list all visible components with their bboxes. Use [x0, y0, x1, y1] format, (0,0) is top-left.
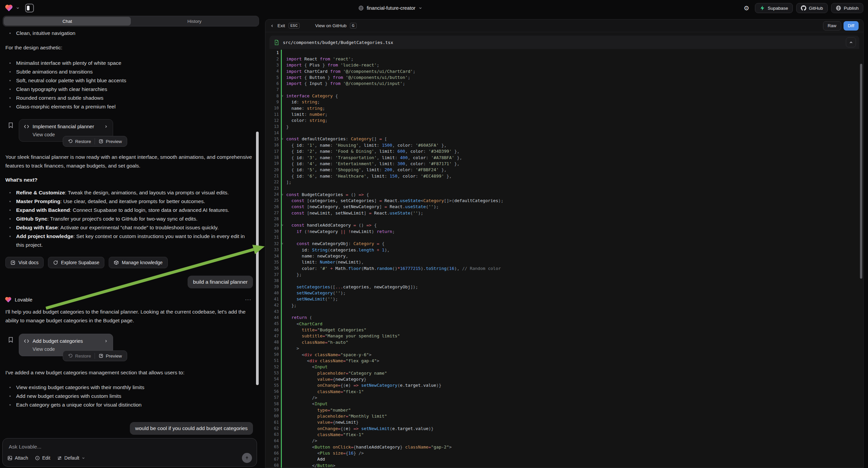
arrow-up-icon	[245, 456, 249, 460]
ready-text: Your sleek financial planner is now read…	[5, 153, 253, 170]
code-text: placeholder="Monthly limit"	[286, 414, 387, 419]
restore-button[interactable]: Restore	[64, 353, 95, 358]
lovable-logo-icon[interactable]	[5, 4, 13, 12]
supabase-button[interactable]: Supabase	[755, 3, 793, 13]
collapse-file-button[interactable]	[846, 37, 856, 47]
code-scrollbar[interactable]	[860, 64, 862, 279]
project-switcher[interactable]: financial-future-creator	[358, 0, 423, 16]
line-number: 61	[266, 420, 279, 425]
list-item: Subtle animations and transitions	[5, 67, 253, 76]
assistant-name: Lovable	[15, 297, 245, 302]
code-line: 48 className="h-auto"	[266, 339, 863, 345]
edit-mode-button[interactable]: Edit	[35, 455, 50, 461]
code-line: 53 placeholder="Category name"	[266, 370, 863, 376]
fold-caret-icon[interactable]: ∨	[279, 193, 286, 196]
code-line: 24∨const BudgetCategories = () => {	[266, 192, 863, 197]
bullet-dot	[9, 192, 11, 194]
line-number: 47	[266, 334, 279, 339]
assistant-header: Lovable ···	[5, 296, 253, 303]
code-text: title="Budget Categories"	[286, 327, 366, 332]
bullet-dot	[9, 89, 11, 90]
workspace-chevron-down-icon[interactable]	[16, 6, 20, 10]
code-text: const [newLimit, setNewLimit] = React.us…	[286, 210, 423, 215]
code-header: Exit ESC View on GitHub G Raw Diff	[266, 20, 863, 32]
line-number: 17	[266, 149, 279, 154]
publish-button[interactable]: Publish	[831, 3, 863, 13]
chat-message-list[interactable]: Clean, intuitive navigation For the desi…	[0, 27, 262, 437]
list-item: View existing budget categories with the…	[5, 383, 253, 392]
message-menu-icon[interactable]: ···	[245, 297, 252, 302]
code-text: type="number"	[286, 408, 351, 413]
code-area[interactable]: 12import React from 'react';3import { Pl…	[266, 50, 863, 468]
line-number: 45	[266, 321, 279, 326]
line-number: 6	[266, 81, 279, 86]
line-number: 41	[266, 297, 279, 301]
bookmark-icon[interactable]	[7, 122, 14, 128]
code-text: <Input	[286, 401, 328, 406]
chevron-left-icon[interactable]	[270, 24, 274, 28]
fold-caret-icon[interactable]: ∨	[279, 94, 286, 97]
restore-button[interactable]: Restore	[64, 139, 95, 144]
manage-knowledge-button[interactable]: Manage knowledge	[109, 257, 167, 268]
line-number: 23	[266, 186, 279, 191]
restore-preview-pill: Restore Preview	[63, 351, 127, 361]
file-path-bar[interactable]: src/components/budget/BudgetCategories.t…	[270, 36, 859, 49]
line-number: 67	[266, 457, 279, 462]
bookmark-icon[interactable]	[7, 337, 14, 343]
send-button[interactable]	[242, 453, 252, 463]
chat-scrollbar[interactable]	[256, 131, 259, 385]
code-line: 25 const [categories, setCategories] = R…	[266, 197, 863, 203]
list-item: GitHub Sync: Transfer your project's cod…	[5, 214, 253, 223]
code-text: className="flex-1"	[286, 432, 364, 437]
line-number: 15	[266, 137, 279, 141]
preview-button[interactable]: Preview	[95, 139, 125, 144]
supabase-icon	[760, 5, 765, 11]
code-text: interface Category {	[286, 93, 338, 98]
code-lines: 12import React from 'react';3import { Pl…	[266, 50, 863, 468]
user-message: would be cool if you could add budget ca…	[130, 422, 253, 435]
list-item: Master Prompting: Use clear, detailed, a…	[5, 197, 253, 206]
code-line: 46 title="Budget Categories"	[266, 327, 863, 333]
preview-button[interactable]: Preview	[95, 353, 125, 358]
line-number: 53	[266, 371, 279, 375]
tab-chat[interactable]: Chat	[4, 17, 131, 26]
diff-toggle-button[interactable]: Diff	[843, 21, 859, 31]
sidebar-toggle-icon[interactable]	[25, 4, 34, 12]
exit-button[interactable]: Exit	[277, 23, 285, 28]
restore-icon	[68, 139, 73, 144]
version-card-add-budget-categories[interactable]: Add budget categories View code Restore …	[19, 334, 113, 356]
code-line: 16 { id: '1', name: 'Housing', limit: 15…	[266, 142, 863, 148]
code-line: 5import { Button } from '@/components/ui…	[266, 74, 863, 80]
attach-button[interactable]: Attach	[7, 455, 28, 461]
fold-caret-icon[interactable]: ∨	[279, 137, 286, 140]
line-number: 40	[266, 291, 279, 295]
line-number: 58	[266, 402, 279, 406]
code-text: <Plus size={16} />	[286, 450, 364, 456]
code-line: 26 const [newCategory, setNewCategory] =…	[266, 204, 863, 210]
code-line: 55 onChange={(e) => setNewCategory(e.tar…	[266, 382, 863, 388]
tab-history[interactable]: History	[131, 17, 258, 26]
visit-docs-button[interactable]: Visit docs	[5, 257, 43, 268]
code-line: 34 name: newCategory,	[266, 253, 863, 259]
raw-toggle-button[interactable]: Raw	[823, 21, 841, 31]
line-number: 7	[266, 87, 279, 92]
code-line: 59 type="number"	[266, 407, 863, 413]
version-card-implement-financial-planner[interactable]: Implement financial planner View code Re…	[19, 119, 113, 142]
code-line: 52 <Input	[266, 364, 863, 370]
line-number: 8	[266, 94, 279, 98]
model-selector[interactable]: Default	[57, 455, 85, 461]
line-number: 14	[266, 130, 279, 135]
esc-key-badge: ESC	[288, 23, 300, 29]
chevron-up-icon	[849, 40, 853, 45]
line-number: 12	[266, 118, 279, 123]
github-button[interactable]: GitHub	[796, 3, 828, 13]
explore-supabase-button[interactable]: Explore Supabase	[48, 257, 104, 268]
chat-input[interactable]	[9, 444, 251, 450]
code-line: 27 const [newLimit, setNewLimit] = React…	[266, 210, 863, 216]
fold-caret-icon[interactable]: ∨	[279, 242, 286, 245]
settings-gear-icon[interactable]: ⚙	[742, 3, 751, 13]
code-text: color: string;	[286, 118, 328, 123]
list-item: Add project knowledge: Set key context o…	[5, 232, 253, 250]
view-on-github-link[interactable]: View on GitHub	[315, 23, 347, 28]
fold-caret-icon[interactable]: ∨	[279, 224, 286, 227]
